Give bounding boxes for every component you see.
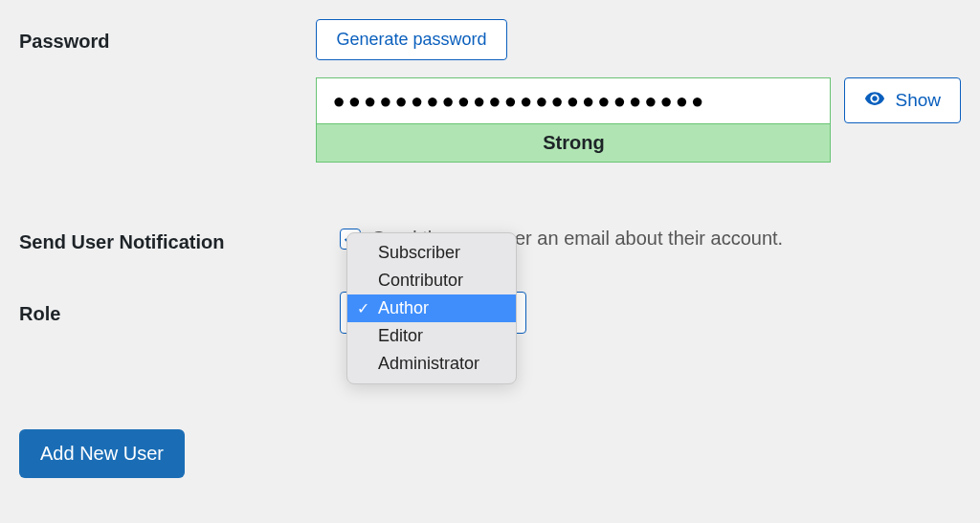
checkmark-icon: ✓ xyxy=(357,299,369,317)
generate-password-button[interactable]: Generate password xyxy=(316,19,506,60)
role-dropdown: Subscriber Contributor ✓ Author Editor A… xyxy=(346,232,517,384)
role-option-subscriber[interactable]: Subscriber xyxy=(347,239,516,267)
password-row: Password Generate password ●●●●●●●●●●●●●… xyxy=(19,19,961,163)
role-option-administrator[interactable]: Administrator xyxy=(347,350,516,378)
role-control-area: Subscriber Contributor ✓ Author Editor A… xyxy=(340,292,961,334)
password-control-area: Generate password ●●●●●●●●●●●●●●●●●●●●●●… xyxy=(316,19,961,163)
password-input-row: ●●●●●●●●●●●●●●●●●●●●●●●● Strong Show xyxy=(316,77,961,163)
add-new-user-button[interactable]: Add New User xyxy=(19,429,185,478)
password-input[interactable]: ●●●●●●●●●●●●●●●●●●●●●●●● xyxy=(316,77,831,123)
notification-label: Send User Notification xyxy=(19,220,340,253)
show-password-button[interactable]: Show xyxy=(844,77,961,123)
eye-icon xyxy=(864,88,885,114)
role-label: Role xyxy=(19,292,340,325)
role-row: Role Subscriber Contributor ✓ Author Edi… xyxy=(19,292,961,334)
password-label: Password xyxy=(19,19,316,53)
role-option-editor[interactable]: Editor xyxy=(347,322,516,350)
password-box: ●●●●●●●●●●●●●●●●●●●●●●●● Strong xyxy=(316,77,831,163)
role-option-author[interactable]: ✓ Author xyxy=(347,294,516,322)
show-button-label: Show xyxy=(895,90,941,111)
role-option-contributor[interactable]: Contributor xyxy=(347,267,516,294)
password-strength-indicator: Strong xyxy=(316,123,831,163)
